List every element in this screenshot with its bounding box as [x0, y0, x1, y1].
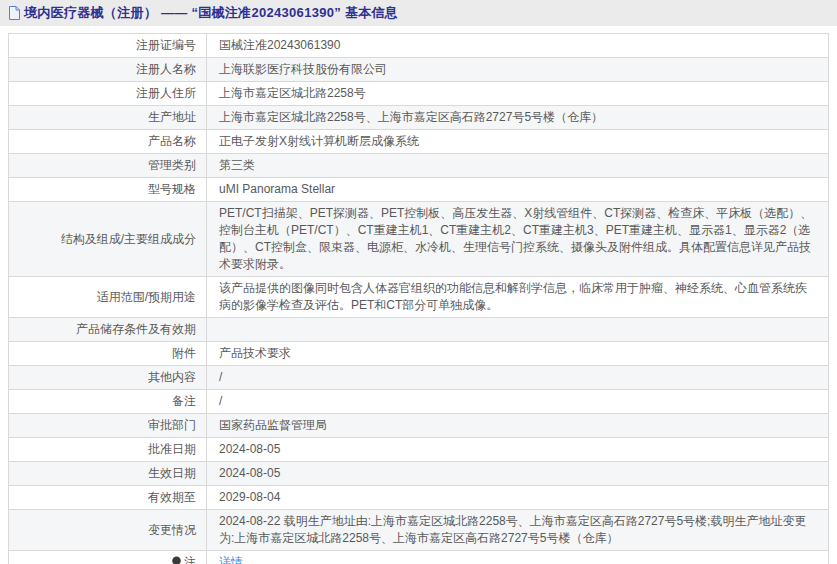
row-intended-use: 适用范围/预期用途 该产品提供的图像同时包含人体器官组织的功能信息和解剖学信息，… [9, 277, 829, 318]
row-label: 注册人住所 [9, 82, 207, 106]
row-label: 产品储存条件及有效期 [9, 318, 207, 342]
row-production-address: 生产地址 上海市嘉定区城北路2258号、上海市嘉定区高石路2727号5号楼（仓库… [9, 106, 829, 130]
row-approval-department: 审批部门 国家药品监督管理局 [9, 414, 829, 438]
row-value: 2029-08-04 [207, 486, 829, 510]
row-value: 国械注准20243061390 [207, 34, 829, 58]
row-value: 产品技术要求 [207, 342, 829, 366]
row-value: 上海联影医疗科技股份有限公司 [207, 58, 829, 82]
row-registrant-name: 注册人名称 上海联影医疗科技股份有限公司 [9, 58, 829, 82]
row-value: / [207, 366, 829, 390]
details-link[interactable]: 详情 [219, 555, 243, 564]
row-other-content: 其他内容 / [9, 366, 829, 390]
row-value: 上海市嘉定区城北路2258号 [207, 82, 829, 106]
row-label: 生产地址 [9, 106, 207, 130]
row-effective-date: 生效日期 2024-08-05 [9, 462, 829, 486]
row-value: / [207, 390, 829, 414]
row-label: 注 [9, 551, 207, 564]
page-title: 境内医疗器械（注册） —— “国械注准20243061390” 基本信息 [24, 4, 398, 22]
row-label: 型号规格 [9, 178, 207, 202]
row-label: 备注 [9, 390, 207, 414]
row-label: 生效日期 [9, 462, 207, 486]
row-remarks: 备注 / [9, 390, 829, 414]
row-label: 附件 [9, 342, 207, 366]
row-product-name: 产品名称 正电子发射X射线计算机断层成像系统 [9, 130, 829, 154]
row-value: 2024-08-05 [207, 462, 829, 486]
row-label: 注册人名称 [9, 58, 207, 82]
row-attachment: 附件 产品技术要求 [9, 342, 829, 366]
row-model-spec: 型号规格 uMI Panorama Stellar [9, 178, 829, 202]
row-change-info: 变更情况 2024-08-22 载明生产地址由:上海市嘉定区城北路2258号、上… [9, 510, 829, 551]
row-value: 2024-08-05 [207, 438, 829, 462]
row-label: 注册证编号 [9, 34, 207, 58]
row-value: 正电子发射X射线计算机断层成像系统 [207, 130, 829, 154]
row-value: 2024-08-22 载明生产地址由:上海市嘉定区城北路2258号、上海市嘉定区… [207, 510, 829, 551]
document-icon [8, 6, 20, 20]
row-label: 批准日期 [9, 438, 207, 462]
row-valid-until: 有效期至 2029-08-04 [9, 486, 829, 510]
row-value [207, 318, 829, 342]
row-note: 注 详情 [9, 551, 829, 564]
row-storage-validity: 产品储存条件及有效期 [9, 318, 829, 342]
row-label: 结构及组成/主要组成成分 [9, 202, 207, 277]
row-value: 该产品提供的图像同时包含人体器官组织的功能信息和解剖学信息，临床常用于肿瘤、神经… [207, 277, 829, 318]
row-composition: 结构及组成/主要组成成分 PET/CT扫描架、PET探测器、PET控制板、高压发… [9, 202, 829, 277]
note-label-text: 注 [184, 555, 196, 564]
row-registrant-address: 注册人住所 上海市嘉定区城北路2258号 [9, 82, 829, 106]
row-label: 其他内容 [9, 366, 207, 390]
note-bubble-icon [171, 556, 182, 564]
page-header: 境内医疗器械（注册） —— “国械注准20243061390” 基本信息 [0, 0, 837, 26]
row-reg-cert-number: 注册证编号 国械注准20243061390 [9, 34, 829, 58]
row-value: 详情 [207, 551, 829, 564]
row-value: 国家药品监督管理局 [207, 414, 829, 438]
row-label: 适用范围/预期用途 [9, 277, 207, 318]
row-management-class: 管理类别 第三类 [9, 154, 829, 178]
row-label: 管理类别 [9, 154, 207, 178]
row-approval-date: 批准日期 2024-08-05 [9, 438, 829, 462]
row-label: 审批部门 [9, 414, 207, 438]
row-value: 上海市嘉定区城北路2258号、上海市嘉定区高石路2727号5号楼（仓库） [207, 106, 829, 130]
row-value: uMI Panorama Stellar [207, 178, 829, 202]
registration-info-table: 注册证编号 国械注准20243061390 注册人名称 上海联影医疗科技股份有限… [8, 33, 829, 564]
row-label: 有效期至 [9, 486, 207, 510]
row-value: 第三类 [207, 154, 829, 178]
row-label: 产品名称 [9, 130, 207, 154]
row-label: 变更情况 [9, 510, 207, 551]
row-value: PET/CT扫描架、PET探测器、PET控制板、高压发生器、X射线管组件、CT探… [207, 202, 829, 277]
